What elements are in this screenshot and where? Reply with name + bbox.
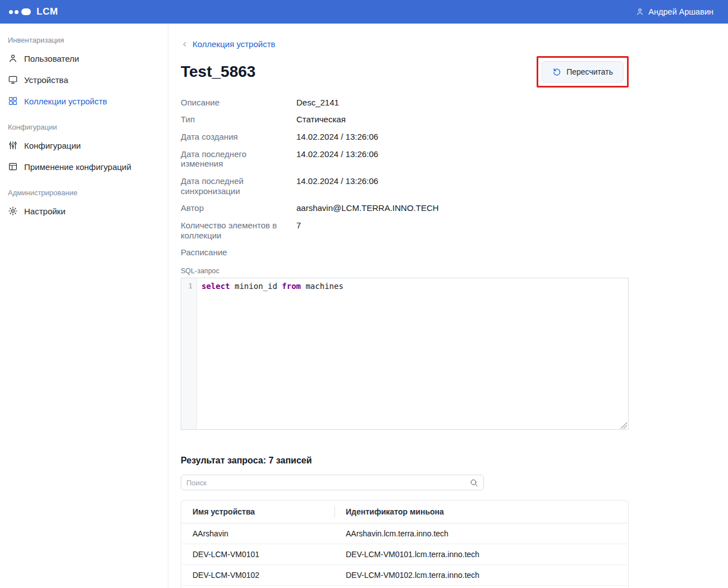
results-table: Имя устройстваИдентификатор миньона AArs… xyxy=(181,500,629,588)
field-label: Количество элементов в коллекции xyxy=(181,220,296,240)
logo-text: LCM xyxy=(36,6,58,17)
line-number: 1 xyxy=(181,278,197,429)
table-cell: DEV-LCM-VM0101.lcm.terra.inno.tech xyxy=(335,544,628,565)
sidebar-item-users[interactable]: Пользователи xyxy=(0,48,168,69)
table-cell: DEV-LCM-VM0101 xyxy=(181,544,335,565)
sliders-icon xyxy=(8,140,18,150)
sql-token-plain: machines xyxy=(301,282,344,291)
gear-icon xyxy=(8,206,18,216)
logo-dot-icon xyxy=(9,10,13,14)
sql-token-keyword: from xyxy=(282,282,301,291)
field-label: Дата создания xyxy=(181,132,296,142)
user-name: Андрей Аршавин xyxy=(648,7,713,16)
table-cell: AArshavin xyxy=(181,523,335,544)
sidebar-item-label: Конфигурации xyxy=(24,141,81,150)
sidebar-section: КонфигурацииКонфигурацииПрименение конфи… xyxy=(0,117,168,177)
field-value: 7 xyxy=(296,220,629,240)
field-value: aarshavin@LCM.TERRA.INNO.TECH xyxy=(296,203,629,213)
sidebar-item-apply-configurations[interactable]: Применение конфигураций xyxy=(0,156,168,177)
table-row[interactable]: DEV-LCM-VM0103DEV-LCM-VM0103.lcm.terra.i… xyxy=(181,586,628,588)
table-cell: DEV-LCM-VM0102 xyxy=(181,565,335,586)
chevron-left-icon xyxy=(181,40,189,48)
table-row[interactable]: DEV-LCM-VM0101DEV-LCM-VM0101.lcm.terra.i… xyxy=(181,544,628,565)
logo-dot-icon xyxy=(15,10,19,14)
grid-icon xyxy=(8,96,18,106)
field-label: Дата последнего изменения xyxy=(181,149,296,169)
monitor-icon xyxy=(8,75,18,85)
table-cell: DEV-LCM-VM0103.lcm.terra.inno.tech xyxy=(335,586,628,588)
sidebar-section: АдминистрированиеНастройки xyxy=(0,183,168,222)
sidebar-section: ИнвентаризацияПользователиУстройстваКолл… xyxy=(0,30,168,112)
user-icon xyxy=(635,7,644,16)
logo-pill-icon xyxy=(21,8,31,15)
sql-code[interactable]: select minion_id from machines xyxy=(197,278,628,429)
table-cell: DEV-LCM-VM0103 xyxy=(181,586,335,588)
board-icon xyxy=(8,162,18,172)
sql-token-keyword: select xyxy=(202,282,230,291)
recalculate-label: Пересчитать xyxy=(566,67,613,76)
main-content: Коллекция устройств Test_5863 Пересчитат… xyxy=(168,24,728,588)
field-label: Автор xyxy=(181,203,296,213)
field-label: Дата последней синхронизации xyxy=(181,176,296,196)
table-row[interactable]: AArshavinAArshavin.lcm.terra.inno.tech xyxy=(181,523,628,544)
breadcrumb-back-link[interactable]: Коллекция устройств xyxy=(181,39,276,49)
sidebar-item-label: Пользователи xyxy=(24,54,79,63)
field-value: 14.02.2024 / 13:26:06 xyxy=(296,132,629,142)
page-title: Test_5863 xyxy=(181,63,255,81)
field-label: Тип xyxy=(181,114,296,125)
table-row[interactable]: DEV-LCM-VM0102DEV-LCM-VM0102.lcm.terra.i… xyxy=(181,565,628,586)
sidebar-item-label: Устройства xyxy=(24,75,68,85)
table-header-cell: Имя устройства xyxy=(181,500,335,523)
field-label: Описание xyxy=(181,98,296,108)
sql-label: SQL-запрос xyxy=(181,267,629,275)
sql-editor[interactable]: 1 select minion_id from machines xyxy=(181,278,629,430)
annotation-red-box: Пересчитать xyxy=(537,56,629,88)
table-cell: DEV-LCM-VM0102.lcm.terra.inno.tech xyxy=(335,565,628,586)
sidebar-item-label: Коллекции устройств xyxy=(24,97,107,106)
sql-token-plain: minion_id xyxy=(230,282,282,291)
field-label: Расписание xyxy=(181,247,296,258)
field-value: Desc_2141 xyxy=(296,98,629,108)
refresh-icon xyxy=(552,67,561,76)
field-value xyxy=(296,247,629,258)
recalculate-button[interactable]: Пересчитать xyxy=(542,61,624,82)
sidebar-item-settings[interactable]: Настройки xyxy=(0,200,168,222)
field-value: Статическая xyxy=(296,114,629,125)
search-box xyxy=(181,475,484,490)
search-icon[interactable] xyxy=(470,479,478,487)
sidebar-item-label: Применение конфигураций xyxy=(24,162,131,172)
sidebar-section-label: Администрирование xyxy=(0,183,168,200)
field-value: 14.02.2024 / 13:26:06 xyxy=(296,176,629,196)
table-cell: AArshavin.lcm.terra.inno.tech xyxy=(335,523,628,544)
search-input[interactable] xyxy=(186,479,470,487)
sidebar-item-configurations[interactable]: Конфигурации xyxy=(0,135,168,156)
resize-handle-icon[interactable] xyxy=(620,421,628,429)
sidebar-item-devices[interactable]: Устройства xyxy=(0,69,168,90)
title-row: Test_5863 Пересчитать xyxy=(181,56,629,88)
detail-fields: ОписаниеDesc_2141ТипСтатическаяДата созд… xyxy=(181,98,629,258)
top-bar: LCM Андрей Аршавин xyxy=(0,0,728,24)
results-title: Результат запроса: 7 записей xyxy=(181,456,629,466)
table-header-cell: Идентификатор миньона xyxy=(335,500,628,523)
sidebar-section-label: Инвентаризация xyxy=(0,30,168,48)
field-value: 14.02.2024 / 13:26:06 xyxy=(296,149,629,169)
breadcrumb-label: Коллекция устройств xyxy=(193,39,276,49)
sidebar: ИнвентаризацияПользователиУстройстваКолл… xyxy=(0,24,168,588)
sidebar-section-label: Конфигурации xyxy=(0,117,168,135)
sidebar-item-device-collections[interactable]: Коллекции устройств xyxy=(0,90,168,112)
sidebar-item-label: Настройки xyxy=(24,206,66,216)
logo: LCM xyxy=(9,6,58,17)
users-icon xyxy=(8,53,18,63)
user-menu[interactable]: Андрей Аршавин xyxy=(635,7,713,16)
